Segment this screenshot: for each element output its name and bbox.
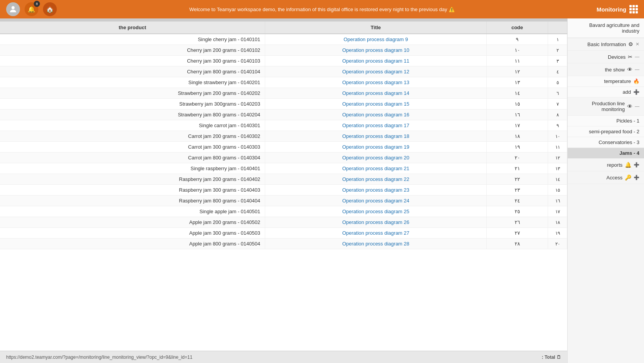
cell-code: ٢٢: [487, 174, 548, 185]
sidebar-item-add[interactable]: add ➕: [568, 87, 644, 98]
topbar: 🔔 8 🏠 Welcome to Teamyar workspace demo,…: [0, 0, 644, 18]
cell-product: Single cherry jam - 0140101: [0, 34, 265, 45]
user-avatar[interactable]: [6, 2, 20, 16]
dash-icon-devices[interactable]: —: [635, 54, 639, 60]
cell-title[interactable]: Operation process diagram 22: [265, 174, 486, 185]
cell-title[interactable]: Operation process diagram 17: [265, 120, 486, 131]
cell-num: ٢: [548, 45, 567, 56]
cell-title[interactable]: Operation process diagram 26: [265, 217, 486, 228]
plus-icon-reports[interactable]: ➕: [634, 162, 639, 167]
cell-num: ٣: [548, 56, 567, 66]
cell-code: ١٠: [487, 45, 548, 56]
notification-bell-button[interactable]: 🔔 8: [25, 2, 38, 16]
cell-code: ٢١: [487, 163, 548, 174]
notification-count: 8: [34, 1, 40, 7]
sidebar-item-semi-prepared[interactable]: semi-prepared food - 2: [568, 126, 644, 137]
sidebar-label-basic-information: Basic Information: [588, 41, 626, 47]
cell-product: Carrot jam 800 grams - 0140304: [0, 152, 265, 163]
cell-code: ٢٧: [487, 228, 548, 239]
sidebar-label-jams: Jams - 4: [619, 150, 639, 156]
sidebar-item-temperature[interactable]: temperature 🔥: [568, 76, 644, 87]
scissors-icon: ✂: [628, 54, 632, 60]
footer-url: https://demo2.teamyar.com/?page=/monitor…: [6, 355, 192, 360]
sidebar-item-access[interactable]: Access 🔑 ➕: [568, 171, 644, 184]
cell-num: ١٩: [548, 228, 567, 239]
table-row: Apple jam 200 grams - 0140502Operation p…: [0, 217, 567, 228]
sidebar-item-jams[interactable]: Jams - 4: [568, 148, 644, 159]
cell-title[interactable]: Operation process diagram 16: [265, 109, 486, 120]
table-row: Single cherry jam - 0140101Operation pro…: [0, 34, 567, 45]
close-icon-basic[interactable]: ✕: [636, 41, 639, 47]
plus-icon-access[interactable]: ➕: [634, 175, 639, 180]
col-title: Title: [265, 22, 486, 34]
cell-num: ٦: [548, 88, 567, 99]
sidebar-label-pickles: Pickles - 1: [616, 118, 639, 124]
cell-title[interactable]: Operation process diagram 21: [265, 163, 486, 174]
topbar-announcement: Welcome to Teamyar workspace demo, the i…: [189, 7, 455, 12]
sidebar-label-production-line: Production line monitoring: [572, 101, 625, 112]
sidebar-item-conservatories[interactable]: Conservatories - 3: [568, 137, 644, 148]
table-row: Raspberry jam 800 grams - 0140404Operati…: [0, 196, 567, 206]
cell-product: Single carrot jam - 0140301: [0, 120, 265, 131]
cell-num: ١٧: [548, 206, 567, 217]
table-row: Raspberry jam 200 grams - 0140402Operati…: [0, 174, 567, 185]
cell-title[interactable]: Operation process diagram 23: [265, 185, 486, 196]
cell-num: ١٤: [548, 174, 567, 185]
cell-title[interactable]: Operation process diagram 11: [265, 56, 486, 66]
sidebar-item-production-line[interactable]: Production line monitoring 👁 —: [568, 98, 644, 116]
table-row: Single apple jam - 0140501Operation proc…: [0, 206, 567, 217]
cell-code: ٢٦: [487, 217, 548, 228]
cell-title[interactable]: Operation process diagram 25: [265, 206, 486, 217]
sidebar-label-temperature: temperature: [604, 78, 631, 84]
cell-num: ١٦: [548, 196, 567, 206]
cell-code: ٢٤: [487, 196, 548, 206]
sidebar-label-conservatories: Conservatories - 3: [599, 139, 639, 145]
cell-title[interactable]: Operation process diagram 10: [265, 45, 486, 56]
cell-title[interactable]: Operation process diagram 14: [265, 88, 486, 99]
table-row: Single raspberry jam - 0140401Operation …: [0, 163, 567, 174]
cell-product: Single raspberry jam - 0140401: [0, 163, 265, 174]
cell-title[interactable]: Operation process diagram 9: [265, 34, 486, 45]
cell-num: ٢٠: [548, 239, 567, 249]
cell-code: ٢٨: [487, 239, 548, 249]
cell-num: ٩: [548, 120, 567, 131]
dash-icon-show[interactable]: —: [635, 67, 639, 72]
cell-title[interactable]: Operation process diagram 24: [265, 196, 486, 206]
table-row: Cherry jam 300 grams - 0140103Operation …: [0, 56, 567, 66]
cell-title[interactable]: Operation process diagram 12: [265, 66, 486, 77]
sidebar-item-the-show[interactable]: the show 👁 —: [568, 63, 644, 76]
cell-product: Apple jam 200 grams - 0140502: [0, 217, 265, 228]
cell-title[interactable]: Operation process diagram 15: [265, 99, 486, 109]
cell-product: Raspberry jam 800 grams - 0140404: [0, 196, 265, 206]
cell-code: ١٦: [487, 109, 548, 120]
cell-product: Strawberry jam 300grams - 0140203: [0, 99, 265, 109]
divider-bar: [0, 18, 567, 22]
home-button[interactable]: 🏠: [43, 2, 57, 16]
sidebar-item-pickles[interactable]: Pickles - 1: [568, 116, 644, 126]
table-row: Carrot jam 200 grams - 0140302Operation …: [0, 131, 567, 142]
sidebar-label-devices: Devices: [608, 54, 626, 60]
cell-title[interactable]: Operation process diagram 28: [265, 239, 486, 249]
cell-title[interactable]: Operation process diagram 19: [265, 142, 486, 152]
sidebar-item-reports[interactable]: reports 🔔 ➕: [568, 159, 644, 171]
sidebar-item-devices[interactable]: Devices ✂ —: [568, 51, 644, 63]
dash-icon-production[interactable]: —: [635, 104, 639, 109]
cell-code: ٢٥: [487, 206, 548, 217]
sidebar: Bavard agriculture and industry Basic In…: [567, 18, 644, 363]
cell-title[interactable]: Operation process diagram 18: [265, 131, 486, 142]
sidebar-label-access: Access: [606, 175, 623, 181]
apps-grid-icon[interactable]: [629, 5, 638, 13]
main-layout: the product Title code Single cherry jam…: [0, 18, 644, 363]
table-row: Strawberry jam 300grams - 0140203Operati…: [0, 99, 567, 109]
cell-title[interactable]: Operation process diagram 20: [265, 152, 486, 163]
col-product: the product: [0, 22, 265, 34]
sidebar-label-reports: reports: [607, 162, 623, 168]
cell-product: Carrot jam 300 grams - 0140303: [0, 142, 265, 152]
total-icon: 🗒: [556, 355, 561, 360]
cell-title[interactable]: Operation process diagram 13: [265, 77, 486, 88]
topbar-right: Monitoring: [597, 5, 638, 13]
sidebar-item-basic-information[interactable]: Basic Information ⚙ ✕: [568, 38, 644, 51]
fire-icon: 🔥: [633, 78, 639, 84]
table-row: Single carrot jam - 0140301Operation pro…: [0, 120, 567, 131]
cell-title[interactable]: Operation process diagram 27: [265, 228, 486, 239]
